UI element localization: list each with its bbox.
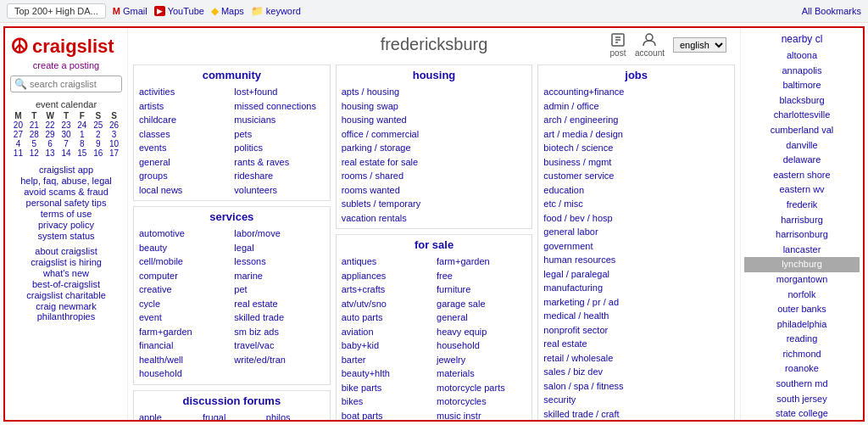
link-cell-mobile[interactable]: cell/mobile (139, 254, 229, 269)
cal-7[interactable]: 7 (58, 139, 75, 148)
cal-15[interactable]: 15 (74, 148, 90, 158)
bookmarks-button[interactable]: All Bookmarks (802, 6, 861, 16)
link-security[interactable]: security (543, 393, 729, 407)
link-rants[interactable]: rants & raves (234, 155, 324, 170)
cal-14[interactable]: 14 (58, 148, 75, 158)
link-appliances[interactable]: appliances (342, 269, 431, 283)
link-rooms-wanted[interactable]: rooms wanted (342, 183, 527, 198)
link-local-news[interactable]: local news (139, 183, 229, 198)
link-motorcycles[interactable]: motorcycles (437, 394, 526, 409)
link-rooms-shared[interactable]: rooms / shared (342, 169, 527, 183)
cal-20[interactable]: 20 (10, 120, 26, 130)
tab-maps[interactable]: ◆ Maps (211, 5, 244, 17)
tab-gmail[interactable]: M Gmail (113, 6, 147, 16)
nearby-frederik[interactable]: frederik (744, 198, 860, 213)
cal-1[interactable]: 1 (74, 130, 90, 139)
nearby-roanoke[interactable]: roanoke (744, 361, 860, 377)
cal-27[interactable]: 27 (10, 130, 26, 139)
link-best-of[interactable]: best-of-craigslist (10, 279, 122, 289)
cal-8[interactable]: 8 (74, 139, 90, 148)
link-sales[interactable]: sales / biz dev (543, 365, 729, 379)
nearby-harrisburg[interactable]: harrisburg (744, 213, 860, 228)
link-artists[interactable]: artists (139, 99, 229, 114)
link-real-estate-s[interactable]: real estate (234, 297, 324, 311)
link-general-c[interactable]: general (139, 155, 229, 170)
link-financial[interactable]: financial (139, 338, 229, 353)
cal-29[interactable]: 29 (42, 130, 58, 139)
link-politics[interactable]: politics (234, 141, 324, 155)
nearby-cumberland[interactable]: cumberland val (744, 123, 860, 138)
link-beauty-hlth[interactable]: beauty+hlth (342, 366, 431, 381)
link-vacation[interactable]: vacation rentals (342, 211, 527, 226)
link-art-media[interactable]: art / media / design (543, 127, 729, 142)
link-antiques[interactable]: antiques (342, 254, 431, 269)
link-re-sale[interactable]: real estate for sale (342, 155, 527, 170)
nearby-danville[interactable]: danville (744, 138, 860, 154)
search-box[interactable]: 🔍 (10, 75, 122, 92)
link-moto-parts[interactable]: motorcycle parts (437, 381, 526, 395)
link-furniture[interactable]: furniture (437, 282, 526, 297)
link-barter[interactable]: barter (342, 353, 431, 367)
cal-3[interactable]: 3 (106, 130, 122, 139)
link-farm-garden-s[interactable]: farm+garden (139, 325, 229, 339)
link-craig[interactable]: craig newmark philanthropies (10, 301, 122, 322)
link-apple[interactable]: apple (139, 411, 198, 421)
link-events[interactable]: events (139, 141, 229, 155)
link-volunteers[interactable]: volunteers (234, 183, 324, 198)
link-safety[interactable]: personal safety tips (10, 198, 122, 208)
link-groups[interactable]: groups (139, 169, 229, 183)
nearby-southern-md[interactable]: southern md (744, 377, 860, 392)
nearby-morgantown[interactable]: morgantown (744, 272, 860, 288)
nearby-reading[interactable]: reading (744, 332, 860, 347)
link-etc-misc[interactable]: etc / misc (543, 197, 729, 211)
link-lost-found[interactable]: lost+found (234, 85, 324, 99)
link-sm-biz[interactable]: sm biz ads (234, 325, 324, 339)
nearby-charlottesville[interactable]: charlottesville (744, 108, 860, 123)
link-farm-garden[interactable]: farm+garden (437, 254, 526, 269)
link-terms[interactable]: terms of use (10, 209, 122, 219)
link-retail[interactable]: retail / wholesale (543, 351, 729, 366)
cal-26[interactable]: 26 (106, 120, 122, 130)
link-aviation[interactable]: aviation (342, 325, 431, 339)
link-office[interactable]: office / commercial (342, 127, 527, 142)
link-skilled-trade[interactable]: skilled trade (234, 310, 324, 325)
link-childcare[interactable]: childcare (139, 113, 229, 127)
link-biotech[interactable]: biotech / science (543, 141, 729, 155)
link-garage-sale[interactable]: garage sale (437, 297, 526, 311)
nearby-title[interactable]: nearby cl (744, 33, 860, 45)
link-human-res[interactable]: human resources (543, 253, 729, 267)
cal-11[interactable]: 11 (10, 148, 26, 158)
nearby-outer-banks[interactable]: outer banks (744, 302, 860, 317)
cal-28[interactable]: 28 (26, 130, 42, 139)
cal-2[interactable]: 2 (90, 130, 106, 139)
link-general-labor[interactable]: general labor (543, 225, 729, 239)
cal-6[interactable]: 6 (42, 139, 58, 148)
link-housing-wanted[interactable]: housing wanted (342, 113, 527, 127)
link-cycle[interactable]: cycle (139, 297, 229, 311)
link-boat-parts[interactable]: boat parts (342, 409, 431, 421)
nearby-eastern-shore[interactable]: eastern shore (744, 168, 860, 183)
nearby-eastern-wv[interactable]: eastern wv (744, 182, 860, 198)
link-cl-app[interactable]: craigslist app (10, 165, 122, 175)
link-labor[interactable]: labor/move (234, 226, 324, 241)
link-housing-swap[interactable]: housing swap (342, 99, 527, 114)
link-marine[interactable]: marine (234, 269, 324, 283)
nearby-lynchburg[interactable]: lynchburg (744, 257, 860, 272)
link-education[interactable]: education (543, 183, 729, 198)
nearby-south-jersey[interactable]: south jersey (744, 392, 860, 407)
cal-22[interactable]: 22 (42, 120, 58, 130)
link-general[interactable]: general (437, 310, 526, 325)
link-accounting[interactable]: accounting+finance (543, 85, 729, 99)
link-event-s[interactable]: event (139, 310, 229, 325)
link-manufacturing[interactable]: manufacturing (543, 281, 729, 295)
link-pet-s[interactable]: pet (234, 282, 324, 297)
link-nonprofit[interactable]: nonprofit sector (543, 323, 729, 338)
cal-23[interactable]: 23 (58, 120, 75, 130)
link-salon[interactable]: salon / spa / fitness (543, 379, 729, 394)
link-food-bev[interactable]: food / bev / hosp (543, 211, 729, 226)
link-parking[interactable]: parking / storage (342, 141, 527, 155)
cal-21[interactable]: 21 (26, 120, 42, 130)
link-lessons[interactable]: lessons (234, 254, 324, 269)
link-baby[interactable]: baby+kid (342, 338, 431, 353)
nearby-harrisonburg[interactable]: harrisonburg (744, 227, 860, 243)
